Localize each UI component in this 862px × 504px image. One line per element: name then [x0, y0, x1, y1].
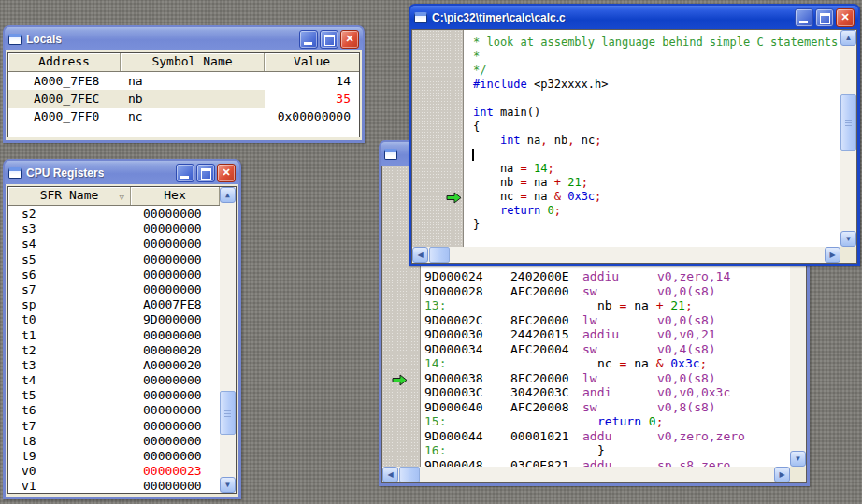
code-line[interactable]: na = 14; [473, 162, 554, 176]
scroll-up-button[interactable]: ▲ [840, 30, 856, 46]
disassembly-line[interactable]: 9D00003024420015addiuv0,v0,21 [424, 327, 716, 342]
scrollbar-thumb[interactable] [220, 391, 236, 435]
code-token [527, 162, 534, 175]
register-row[interactable]: t400000000 [8, 373, 220, 388]
disassembly-line[interactable]: 9D0000242402000Eaddiuv0,zero,14 [424, 269, 730, 284]
disassembly-line[interactable]: 14:nc = na & 0x3c; [424, 356, 707, 371]
disassembly-line[interactable]: 9D00003C3042003Candiv0,v0,0x3c [424, 385, 730, 400]
column-header-value[interactable]: Value [265, 53, 359, 71]
code-token: na [626, 298, 655, 312]
register-row[interactable]: t200000020 [8, 343, 220, 358]
instruction-address: 9D00002C [424, 313, 510, 328]
code-line[interactable]: * look at assembly language behind simpl… [473, 36, 838, 50]
disassembly-line[interactable]: 9D00002C8FC20000lwv0,0(s8) [424, 313, 716, 328]
minimize-button[interactable] [176, 164, 194, 182]
register-row[interactable]: t09D000000 [8, 312, 220, 327]
scroll-left-button[interactable]: ◀ [412, 247, 428, 263]
register-row[interactable]: t500000000 [8, 388, 220, 403]
register-row[interactable]: t600000000 [8, 403, 220, 418]
register-name: t0 [8, 312, 131, 327]
cpu-registers-titlebar[interactable]: CPU Registers [5, 161, 239, 184]
register-row[interactable]: s700000000 [8, 282, 220, 297]
register-hex-value: 00000000 [131, 373, 202, 388]
code-line[interactable]: return 0; [473, 204, 561, 218]
scroll-down-button[interactable]: ▼ [840, 231, 856, 247]
instruction-opcode: 8FC20000 [510, 371, 582, 386]
editor-client[interactable]: * look at assembly language behind simpl… [411, 29, 857, 264]
register-row[interactable]: s200000000 [8, 207, 220, 222]
scroll-right-button[interactable]: ▶ [774, 467, 790, 482]
column-header-hex[interactable]: Hex [131, 187, 220, 205]
disassembly-line[interactable]: 9D0000388FC20000lwv0,0(s8) [424, 371, 716, 386]
disassembly-line[interactable]: 9D000034AFC20004swv0,4(s8) [424, 342, 716, 357]
code-token [540, 204, 547, 217]
code-line[interactable]: int main() [473, 106, 540, 120]
code-line[interactable]: { [473, 120, 480, 134]
instruction-opcode: AFC20008 [510, 400, 582, 415]
maximize-button[interactable] [320, 30, 338, 49]
close-button[interactable] [836, 8, 855, 27]
code-token: nb [548, 134, 568, 147]
close-button[interactable] [340, 30, 359, 49]
code-line[interactable]: */ [473, 64, 486, 78]
register-row[interactable]: spA0007FE8 [8, 297, 220, 312]
column-header-address[interactable]: Address [8, 53, 121, 71]
instruction-opcode: 24420015 [510, 327, 582, 342]
locals-row[interactable]: A000_7FECnb35 [8, 90, 359, 108]
register-row[interactable]: s600000000 [8, 267, 220, 282]
code-token: ; [656, 414, 664, 428]
register-row[interactable]: s500000000 [8, 252, 220, 267]
locals-row[interactable]: A000_7FF0nc0x00000000 [8, 108, 359, 125]
editor-titlebar[interactable]: C:\pic32\timer\calc\calc.c [410, 6, 858, 29]
disassembly-horizontal-scrollbar[interactable]: ◀ ▶ [382, 467, 790, 482]
disassembly-line[interactable]: 9D000040AFC20008swv0,8(s8) [424, 400, 716, 415]
scroll-right-button[interactable]: ▶ [825, 247, 840, 263]
disassembly-line[interactable]: 9D000028AFC20000swv0,0(s8) [424, 284, 716, 299]
scrollbar-thumb[interactable] [840, 94, 856, 151]
scroll-left-button[interactable]: ◀ [382, 467, 398, 482]
code-line[interactable]: #include <p32xxxx.h> [473, 78, 609, 92]
minimize-button[interactable] [795, 8, 813, 27]
editor-vertical-scrollbar[interactable]: ▲ ▼ [840, 30, 856, 247]
maximize-button[interactable] [196, 164, 215, 182]
code-line[interactable]: nc = na & 0x3c; [473, 190, 601, 204]
code-line[interactable]: } [473, 218, 480, 232]
code-token: */ [473, 64, 486, 77]
disassembly-line[interactable]: 15:return 0; [424, 414, 663, 429]
code-line[interactable]: int na, nb, nc; [473, 134, 601, 148]
editor-window-title: C:\pic32\timer\calc\calc.c [432, 11, 566, 24]
scroll-up-button[interactable]: ▲ [220, 187, 236, 203]
register-row[interactable]: t800000000 [8, 434, 220, 449]
cpu-vertical-scrollbar[interactable]: ▲ ▼ [220, 187, 236, 493]
register-row[interactable]: t900000000 [8, 449, 220, 464]
scrollbar-thumb[interactable] [399, 467, 420, 482]
scroll-down-button[interactable]: ▼ [790, 451, 806, 467]
register-row[interactable]: t700000000 [8, 419, 220, 434]
register-row[interactable]: v100000000 [8, 479, 220, 493]
instruction-mnemonic: addiu [582, 269, 657, 284]
register-name: s2 [8, 207, 131, 222]
locals-titlebar[interactable]: Locals [5, 27, 363, 50]
register-row[interactable]: t3A0000020 [8, 358, 220, 373]
locals-cell-address: A000_7FE8 [8, 72, 121, 90]
disassembly-line[interactable]: 16:} [424, 443, 605, 458]
locals-row[interactable]: A000_7FE8na14 [8, 72, 359, 90]
code-line[interactable]: nb = na + 21; [473, 176, 588, 190]
scrollbar-thumb[interactable] [429, 247, 450, 263]
source-line-number: 16: [424, 443, 597, 458]
column-header-sfr-name[interactable]: SFR Name ▽ [8, 187, 131, 205]
close-button[interactable] [217, 164, 236, 182]
instruction-operands: v0,0(s8) [657, 371, 716, 385]
scroll-down-button[interactable]: ▼ [220, 477, 236, 493]
column-header-symbol-name[interactable]: Symbol Name [121, 53, 265, 71]
maximize-button[interactable] [815, 8, 834, 27]
register-row[interactable]: t100000000 [8, 328, 220, 343]
disassembly-line[interactable]: 13:nb = na + 21; [424, 298, 693, 313]
register-row[interactable]: v000000023 [8, 464, 220, 479]
disassembly-line[interactable]: 9D00004400001021adduv0,zero,zero [424, 429, 745, 444]
minimize-button[interactable] [299, 30, 318, 49]
code-line[interactable]: * [473, 50, 480, 64]
register-row[interactable]: s400000000 [8, 237, 220, 252]
editor-horizontal-scrollbar[interactable]: ◀ ▶ [412, 247, 840, 263]
register-row[interactable]: s300000000 [8, 222, 220, 237]
